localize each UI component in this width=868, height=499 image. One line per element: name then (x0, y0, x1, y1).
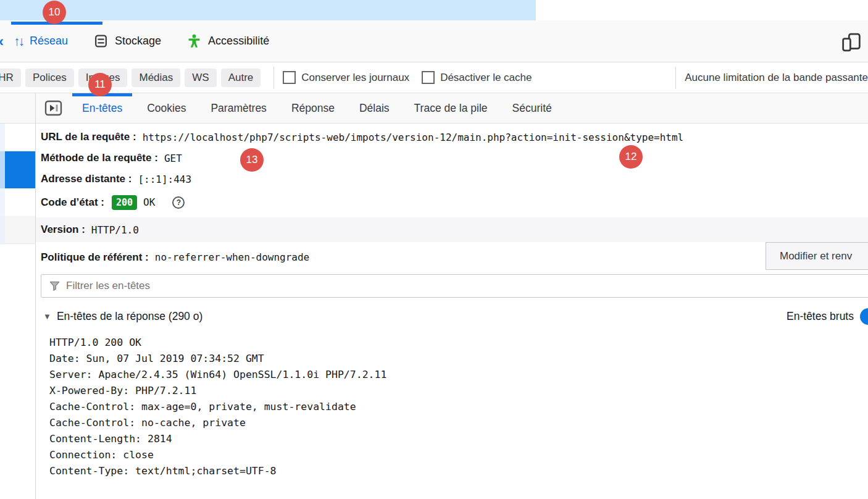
detail-tab-label: Trace de la pile (414, 102, 488, 115)
toolbar-separator (675, 67, 676, 89)
toolbar-separator (273, 67, 274, 89)
detail-tab-label: En-têtes (82, 102, 122, 115)
raw-headers-toggle[interactable] (860, 308, 868, 325)
network-filter-toolbar: XHR Polices Images Médias WS Autre Conse… (0, 62, 868, 93)
remote-address-value: [::1]:443 (138, 174, 191, 185)
request-detail-tabs: En-têtes Cookies Paramètres Réponse Déla… (36, 93, 868, 124)
summary-row-remote-address: Adresse distante : [::1]:443 (36, 169, 868, 190)
raw-headers-toggle-wrap[interactable]: En-têtes bruts (787, 308, 868, 325)
version-label: Version : (41, 224, 85, 236)
edit-resend-button[interactable]: Modifier et renv (766, 242, 868, 270)
detail-tab-cookies[interactable]: Cookies (135, 93, 198, 123)
disable-cache-label: Désactiver le cache (440, 72, 532, 84)
url-label: URL de la requête : (41, 131, 136, 143)
request-list-header[interactable] (0, 93, 35, 124)
response-headers-title: En-têtes de la réponse (290 o) (57, 310, 202, 323)
persist-logs-label: Conserver les journaux (301, 72, 409, 84)
edit-resend-label: Modifier et renv (780, 250, 852, 262)
method-value: GET (164, 153, 182, 164)
raw-header-line: X-Powered-By: PHP/7.2.11 (36, 383, 868, 399)
status-text: OK (143, 196, 155, 208)
headers-summary: URL de la requête : https://localhost/ph… (36, 124, 868, 272)
status-code-badge: 200 (112, 195, 137, 210)
headers-filter-input[interactable] (66, 280, 868, 292)
remote-address-label: Adresse distante : (41, 173, 131, 185)
raw-response-headers: HTTP/1.0 200 OK Date: Sun, 07 Jul 2019 0… (36, 335, 868, 479)
request-list-strip (0, 93, 36, 499)
tab-accessibilite[interactable]: Accessibilité (178, 20, 278, 62)
detail-tab-delais[interactable]: Délais (347, 93, 402, 123)
funnel-icon (49, 280, 61, 292)
detail-tab-label: Réponse (291, 102, 335, 115)
network-updown-icon: ↑↓ (14, 34, 23, 49)
summary-row-referrer-policy: Politique de référent : no-referrer-when… (36, 245, 868, 270)
annotation-badge-12: 12 (619, 145, 643, 169)
collapse-triangle-icon[interactable]: ▼ (43, 312, 51, 321)
request-row[interactable] (0, 124, 35, 151)
raw-header-line: Server: Apache/2.4.35 (Win64) OpenSSL/1.… (36, 367, 868, 383)
version-value: HTTP/1.0 (91, 224, 139, 236)
request-row[interactable] (0, 216, 35, 244)
headers-filter-field[interactable] (41, 274, 868, 298)
throttling-select[interactable]: Aucune limitation de la bande passante (685, 72, 868, 84)
detail-tab-parametres[interactable]: Paramètres (198, 93, 278, 123)
filter-pill-ws[interactable]: WS (185, 69, 216, 87)
filter-pill-medias[interactable]: Médias (131, 69, 180, 87)
toggle-panel-play-icon[interactable] (44, 100, 62, 116)
detail-tab-label: Cookies (147, 102, 186, 115)
detail-tab-en-tetes[interactable]: En-têtes (70, 93, 135, 123)
raw-header-line: Connection: close (36, 447, 868, 463)
accessibility-icon (187, 34, 201, 48)
referrer-policy-label: Politique de référent : (41, 251, 149, 264)
summary-row-url: URL de la requête : https://localhost/ph… (36, 127, 868, 148)
method-label: Méthode de la requête : (41, 152, 158, 164)
disable-cache-checkbox-wrap[interactable]: Désactiver le cache (422, 71, 532, 84)
filter-pill-autre[interactable]: Autre (221, 69, 261, 87)
raw-header-line: Date: Sun, 07 Jul 2019 07:34:52 GMT (36, 351, 868, 367)
request-row[interactable] (0, 188, 35, 216)
browser-top-strip (0, 0, 868, 20)
responsive-design-mode-icon[interactable] (841, 31, 862, 52)
disable-cache-checkbox[interactable] (422, 71, 435, 84)
filter-pill-polices[interactable]: Polices (25, 69, 74, 87)
persist-logs-checkbox[interactable] (283, 71, 296, 84)
request-list-status-column (0, 124, 5, 245)
summary-row-version: Version : HTTP/1.0 (36, 217, 868, 242)
referrer-policy-value: no-referrer-when-downgrade (155, 251, 309, 263)
detail-tab-label: Délais (359, 102, 390, 115)
status-help-icon[interactable]: ? (172, 196, 185, 209)
annotation-badge-11: 11 (88, 73, 112, 96)
annotation-badge-10: 10 (43, 1, 66, 24)
raw-header-line: Cache-Control: no-cache, private (36, 415, 868, 431)
annotation-badge-13: 13 (240, 148, 264, 172)
detail-tab-reponse[interactable]: Réponse (279, 93, 347, 123)
tab-reseau-label: Réseau (30, 35, 68, 48)
persist-logs-checkbox-wrap[interactable]: Conserver les journaux (283, 71, 409, 84)
request-row-selected[interactable] (0, 151, 35, 188)
raw-header-line: HTTP/1.0 200 OK (36, 335, 868, 351)
detail-tab-label: Sécurité (512, 102, 552, 115)
detail-tab-securite[interactable]: Sécurité (500, 93, 564, 123)
summary-row-method: Méthode de la requête : GET (36, 148, 868, 169)
raw-header-line: Content-Length: 2814 (36, 431, 868, 447)
tabs-scroll-left-icon[interactable]: ‹ (0, 33, 5, 50)
storage-icon (94, 34, 108, 48)
response-headers-section-header[interactable]: ▼ En-têtes de la réponse (290 o) En-tête… (36, 304, 868, 329)
summary-row-status: Code d’état : 200 OK ? (36, 190, 868, 215)
tab-reseau[interactable]: ↑↓ Réseau (5, 20, 77, 62)
detail-tab-trace-pile[interactable]: Trace de la pile (402, 93, 500, 123)
status-label: Code d’état : (41, 196, 104, 209)
raw-headers-toggle-label: En-têtes bruts (787, 310, 854, 323)
tab-stockage-label: Stockage (115, 35, 161, 48)
url-value: https://localhost/php7/scripts-web/impot… (143, 132, 684, 143)
devtools-toolbar: ‹ ↑↓ Réseau Stockage Accessibilité (0, 20, 868, 62)
filter-pill-xhr[interactable]: XHR (0, 69, 21, 87)
raw-header-line: Cache-Control: max-age=0, private, must-… (36, 399, 868, 415)
raw-header-line: Content-Type: text/html;charset=UTF-8 (36, 463, 868, 479)
tab-stockage[interactable]: Stockage (85, 20, 170, 62)
top-strip-highlight (0, 0, 536, 20)
detail-tab-label: Paramètres (211, 102, 266, 115)
tab-accessibilite-label: Accessibilité (208, 35, 269, 48)
